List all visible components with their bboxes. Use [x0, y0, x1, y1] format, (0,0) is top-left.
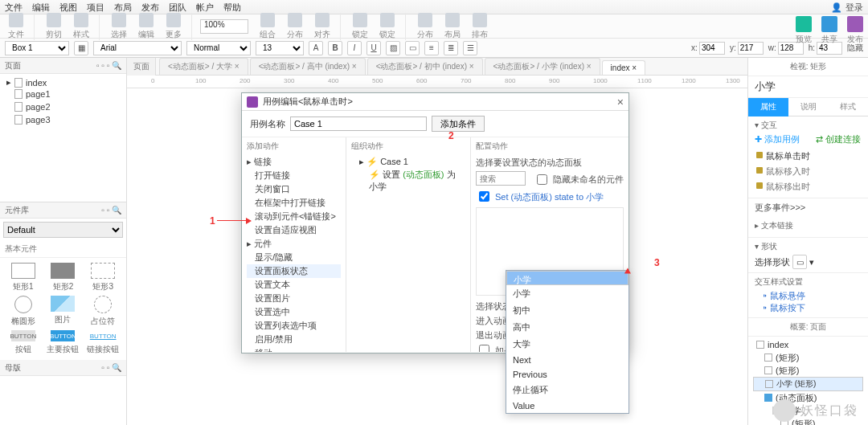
- menu-item[interactable]: 项目: [87, 2, 104, 12]
- organize-action-title: 组织动作: [351, 141, 465, 152]
- shape-rect1[interactable]: 矩形1: [5, 263, 42, 292]
- border-width[interactable]: ≡: [424, 41, 439, 55]
- valign[interactable]: ☰: [463, 41, 477, 55]
- tool-file[interactable]: 文件: [5, 13, 27, 40]
- style-settings-section: 交互样式设置: [755, 276, 862, 288]
- tool-select[interactable]: 选择: [108, 13, 130, 40]
- annotation-2: 2: [448, 130, 454, 141]
- close-icon[interactable]: ×: [617, 96, 624, 108]
- cfg-search-input[interactable]: [476, 171, 526, 186]
- coord-y-input[interactable]: [738, 42, 764, 55]
- library-select[interactable]: Default: [3, 222, 123, 238]
- inspector-page-title: 小学: [748, 76, 868, 98]
- border-style[interactable]: ▭: [405, 41, 420, 55]
- shape-image[interactable]: 图片: [45, 296, 82, 327]
- page-icon: [14, 102, 23, 112]
- textlink-section: ▸ 文本链接: [755, 220, 862, 231]
- target-widget-item[interactable]: Set (动态面板) state to 小学: [476, 189, 624, 204]
- event-mouseout[interactable]: 鼠标移出时: [755, 179, 862, 194]
- font-weight-select[interactable]: Normal: [186, 41, 251, 55]
- tool-cut[interactable]: 剪切: [43, 13, 65, 40]
- italic-button[interactable]: I: [347, 41, 362, 55]
- annotation-1: 1: [210, 215, 215, 227]
- zoom-select[interactable]: 100%: [200, 19, 248, 34]
- menu-item[interactable]: 编辑: [32, 2, 50, 12]
- menu-item[interactable]: 视图: [59, 2, 77, 12]
- font-select[interactable]: Arial: [93, 41, 182, 55]
- shape-rect2[interactable]: 矩形2: [45, 263, 82, 292]
- underline-button[interactable]: U: [366, 41, 381, 55]
- tool-arrange[interactable]: 排布: [469, 13, 491, 40]
- shapes-grid: 矩形1 矩形2 矩形3 椭圆形 图片 占位符 BUTTON按钮 BUTTON主要…: [0, 258, 126, 360]
- pages-tools[interactable]: ▫ ▫ ▫ 🔍: [96, 61, 121, 70]
- add-condition-button[interactable]: 添加条件: [432, 116, 485, 132]
- pages-panel-header: 页面 ▫ ▫ ▫ 🔍: [0, 58, 126, 74]
- tool-dist2[interactable]: 分布: [414, 13, 436, 40]
- tool-style[interactable]: 样式: [70, 13, 92, 40]
- shape-button[interactable]: BUTTON按钮: [5, 330, 42, 355]
- pages-tree[interactable]: ▸index page1 page2 page3: [0, 74, 126, 129]
- font-size-select[interactable]: 13: [256, 41, 304, 55]
- font-color[interactable]: A: [309, 41, 323, 55]
- publish-button[interactable]: 发布: [847, 16, 863, 45]
- actions-tree[interactable]: ▸ 链接打开链接关闭窗口在框架中打开链接滚动到元件<锚链接>设置自适应视图▸ 元…: [247, 155, 341, 352]
- tab-notes[interactable]: 说明: [788, 98, 829, 116]
- tool-distribute[interactable]: 分布: [284, 13, 306, 40]
- preview-button[interactable]: 预览: [796, 16, 812, 45]
- tab-page[interactable]: index ×: [602, 60, 646, 75]
- tab-state[interactable]: <动态面板> / 小学 (index) ×: [485, 58, 600, 75]
- fill-color[interactable]: ▨: [386, 41, 400, 55]
- event-click[interactable]: 鼠标单击时: [755, 149, 862, 164]
- case-node[interactable]: ▸ ⚡ Case 1: [351, 155, 465, 169]
- select-shape[interactable]: 选择形状 ▭ ▾: [755, 255, 862, 269]
- shape-rect3[interactable]: 矩形3: [84, 263, 121, 292]
- annotation-3: 3: [654, 257, 660, 268]
- tool-lock2[interactable]: 锁定: [376, 13, 399, 40]
- coord-x-input[interactable]: [699, 42, 725, 55]
- side-tab[interactable]: 页面: [127, 58, 156, 76]
- tool-layout[interactable]: 布局: [441, 13, 464, 40]
- hover-style[interactable]: 鼠标悬停: [770, 291, 805, 300]
- menu-item[interactable]: 帐户: [196, 2, 214, 12]
- tool-lock[interactable]: 锁定: [349, 13, 371, 40]
- tab-properties[interactable]: 属性: [748, 98, 788, 116]
- publish-icons: 预览 共享 发布: [796, 16, 863, 45]
- shape-section: ▾ 形状: [755, 241, 862, 252]
- action-node[interactable]: ⚡ 设置 (动态面板) 为 小学: [351, 169, 465, 193]
- shape-placeholder[interactable]: 占位符: [84, 296, 121, 327]
- hide-unnamed-checkbox[interactable]: 隐藏未命名的元件: [534, 172, 624, 187]
- bold-button[interactable]: B: [328, 41, 342, 55]
- library-tools[interactable]: ▫ ▫ 🔍: [101, 206, 121, 215]
- widget-name-select[interactable]: Box 1: [5, 41, 69, 55]
- page-icon: [14, 115, 23, 125]
- widget-color[interactable]: ▦: [74, 41, 88, 55]
- tab-state[interactable]: <动态面板> / 初中 (index) ×: [367, 58, 483, 75]
- tab-state[interactable]: <动态面板> / 高中 (index) ×: [250, 58, 366, 75]
- shape-ellipse[interactable]: 椭圆形: [5, 296, 42, 327]
- create-link-link[interactable]: ⇄ 创建连接: [816, 133, 861, 145]
- add-case-link[interactable]: ✚ 添加用例: [755, 133, 800, 145]
- menu-item[interactable]: 布局: [114, 2, 132, 12]
- state-select-dropdown[interactable]: 小学小学初中高中大学NextPrevious停止循环Value: [506, 270, 629, 414]
- menu-item[interactable]: 文件: [5, 2, 23, 12]
- menu-item[interactable]: 发布: [141, 2, 159, 12]
- share-button[interactable]: 共享: [821, 16, 837, 45]
- shape-primary-button[interactable]: BUTTON主要按钮: [45, 330, 82, 355]
- inspector-title: 检视: 矩形: [748, 58, 868, 76]
- login-link[interactable]: 👤 登录: [831, 2, 863, 14]
- watermark: 妖怪口袋: [773, 399, 858, 422]
- tool-align[interactable]: 对齐: [311, 13, 334, 40]
- menu-item[interactable]: 团队: [169, 2, 186, 12]
- mousedown-style[interactable]: 鼠标按下: [770, 303, 805, 313]
- case-name-input[interactable]: [290, 116, 427, 131]
- menu-item[interactable]: 帮助: [223, 2, 241, 12]
- align-left[interactable]: ≣: [444, 41, 458, 55]
- event-mousein[interactable]: 鼠标移入时: [755, 164, 862, 179]
- more-events[interactable]: 更多事件>>>: [748, 198, 868, 217]
- tool-group[interactable]: 组合: [256, 13, 279, 40]
- tab-style[interactable]: 样式: [828, 98, 868, 116]
- shape-link-button[interactable]: BUTTON链接按钮: [84, 330, 121, 355]
- tab-state[interactable]: <动态面板> / 大学 ×: [159, 58, 248, 75]
- tool-edit[interactable]: 编辑: [135, 13, 158, 40]
- tool-more[interactable]: 更多: [162, 13, 185, 40]
